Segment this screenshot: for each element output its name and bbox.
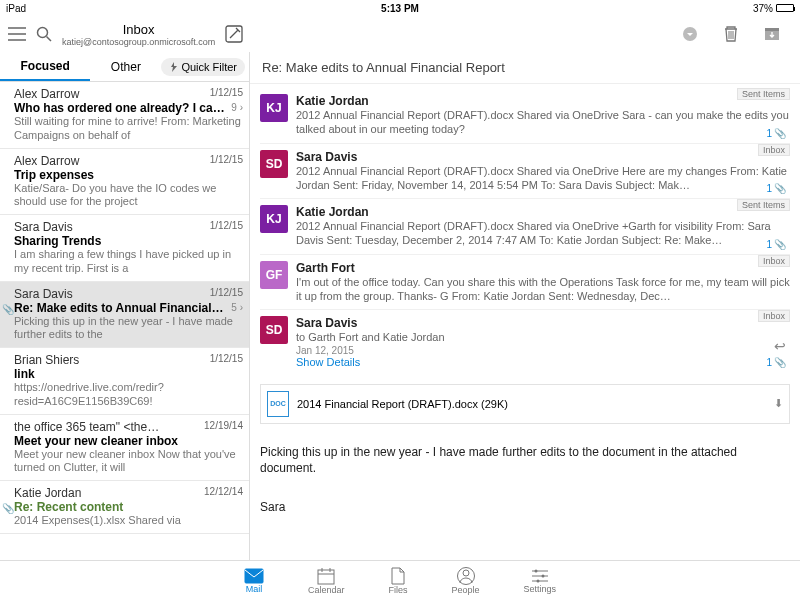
account-email: katiej@contosogroup.onmicrosoft.com xyxy=(62,37,215,47)
svg-point-11 xyxy=(536,579,539,582)
nav-files[interactable]: Files xyxy=(388,567,407,595)
reply-icon[interactable]: ↩ xyxy=(774,338,786,354)
ipad-status-bar: iPad 5:13 PM 37% xyxy=(0,0,800,16)
svg-point-9 xyxy=(534,569,537,572)
search-icon[interactable] xyxy=(36,26,52,42)
svg-rect-6 xyxy=(318,570,334,584)
attachment-icon: 📎 xyxy=(2,304,14,315)
message-item[interactable]: 📎 1/12/15 5 › Sara Davis Re: Make edits … xyxy=(0,282,249,349)
nav-settings[interactable]: Settings xyxy=(524,568,557,594)
battery-percent: 37% xyxy=(753,3,773,14)
compose-icon[interactable] xyxy=(225,25,243,43)
battery-icon xyxy=(776,4,794,12)
thread-message-expanded: Inbox ↩ SD Sara Davis to Garth Fort and … xyxy=(260,310,790,532)
thread-message[interactable]: Inbox SD Sara Davis 2012 Annual Financia… xyxy=(260,144,790,200)
nav-calendar[interactable]: Calendar xyxy=(308,567,345,595)
tag-count: 1 📎 xyxy=(766,183,786,194)
message-item[interactable]: 12/19/14 the office 365 team" <the… Meet… xyxy=(0,415,249,482)
avatar: KJ xyxy=(260,94,288,122)
thread-message[interactable]: Sent Items KJ Katie Jordan 2012 Annual F… xyxy=(260,88,790,144)
message-item[interactable]: 1/12/15 9 › Alex Darrow Who has ordered … xyxy=(0,82,249,149)
avatar: SD xyxy=(260,316,288,344)
message-list-pane: Focused Other Quick Filter 1/12/15 9 › A… xyxy=(0,52,250,560)
flag-dropdown-icon[interactable] xyxy=(682,26,698,42)
tag-count: 1 📎 xyxy=(766,128,786,139)
tag-count: 1 📎 xyxy=(766,239,786,250)
thread-message[interactable]: Inbox GF Garth Fort I'm out of the offic… xyxy=(260,255,790,311)
show-details-link[interactable]: Show Details xyxy=(296,356,790,368)
download-icon[interactable]: ⬇ xyxy=(774,397,783,410)
docx-icon: DOC xyxy=(267,391,289,417)
message-signature: Sara xyxy=(260,495,790,526)
clock: 5:13 PM xyxy=(381,3,419,14)
delete-icon[interactable] xyxy=(724,26,738,42)
avatar: SD xyxy=(260,150,288,178)
attachment-icon: 📎 xyxy=(2,503,14,514)
message-body: Picking this up in the new year - I have… xyxy=(260,440,790,488)
archive-icon[interactable] xyxy=(764,27,780,41)
avatar: GF xyxy=(260,261,288,289)
message-item[interactable]: 📎 12/12/14 Katie Jordan Re: Recent conte… xyxy=(0,481,249,534)
reading-pane: Re: Make edits to Annual Financial Repor… xyxy=(250,52,800,560)
thread-subject: Re: Make edits to Annual Financial Repor… xyxy=(250,52,800,84)
tag-count: 1 📎 xyxy=(766,357,786,368)
svg-rect-5 xyxy=(245,569,263,583)
menu-icon[interactable] xyxy=(8,27,26,41)
avatar: KJ xyxy=(260,205,288,233)
nav-mail[interactable]: Mail xyxy=(244,568,264,594)
app-toolbar: Inbox katiej@contosogroup.onmicrosoft.co… xyxy=(0,16,800,52)
bottom-nav: Mail Calendar Files People Settings xyxy=(0,560,800,600)
tab-other[interactable]: Other xyxy=(90,54,161,80)
tab-focused[interactable]: Focused xyxy=(0,53,90,81)
message-item[interactable]: 1/12/15 Sara Davis Sharing Trends I am s… xyxy=(0,215,249,282)
svg-point-0 xyxy=(38,28,48,38)
message-item[interactable]: 1/12/15 Alex Darrow Trip expenses Katie/… xyxy=(0,149,249,216)
quick-filter-button[interactable]: Quick Filter xyxy=(161,58,245,76)
message-item[interactable]: 1/12/15 Brian Shiers link https://onedri… xyxy=(0,348,249,415)
attachment-row[interactable]: DOC 2014 Financial Report (DRAFT).docx (… xyxy=(260,384,790,424)
svg-point-10 xyxy=(541,574,544,577)
lightning-icon xyxy=(169,62,179,72)
message-list: 1/12/15 9 › Alex Darrow Who has ordered … xyxy=(0,82,249,560)
mailbox-title[interactable]: Inbox xyxy=(62,22,215,37)
svg-rect-4 xyxy=(765,28,779,31)
nav-people[interactable]: People xyxy=(451,567,479,595)
svg-point-7 xyxy=(463,570,469,576)
thread-message[interactable]: Sent Items KJ Katie Jordan 2012 Annual F… xyxy=(260,199,790,255)
attachment-name: 2014 Financial Report (DRAFT).docx (29K) xyxy=(297,398,508,410)
device-label: iPad xyxy=(6,3,26,14)
